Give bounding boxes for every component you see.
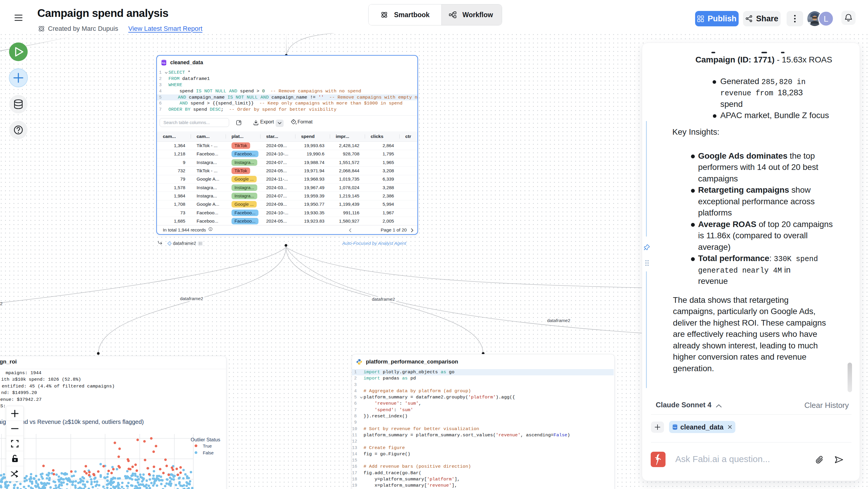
svg-text:L: L [824,14,828,23]
svg-text:Outlier Status: Outlier Status [191,437,220,442]
svg-text:False: False [203,450,214,455]
svg-text:SQL: SQL [673,426,677,428]
svg-text:SQL: SQL [162,62,166,64]
svg-text:True: True [203,444,212,449]
